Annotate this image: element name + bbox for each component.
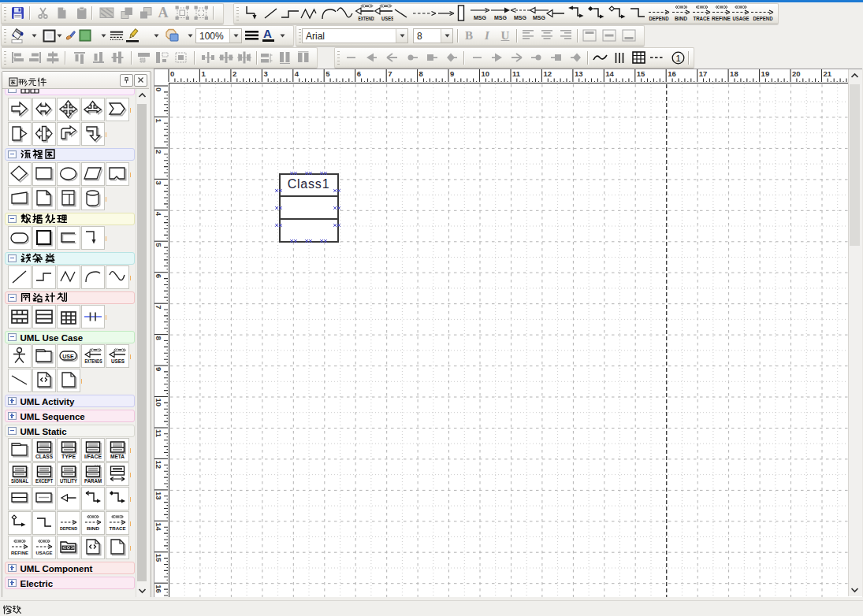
svg-text:DEPEND: DEPEND <box>649 15 669 20</box>
svg-text:16: 16 <box>668 69 676 78</box>
svg-text:15: 15 <box>637 69 645 78</box>
svg-text:6: 6 <box>357 69 361 78</box>
svg-text:5: 5 <box>325 69 330 78</box>
svg-text:14: 14 <box>154 522 163 531</box>
svg-text:SIGNAL: SIGNAL <box>11 478 28 484</box>
svg-text:3: 3 <box>154 180 163 184</box>
svg-text:21: 21 <box>824 69 832 78</box>
svg-text:12: 12 <box>154 460 163 469</box>
svg-text:0: 0 <box>170 69 174 78</box>
svg-text:DEPEND: DEPEND <box>60 525 77 531</box>
svg-text:7: 7 <box>154 305 163 309</box>
svg-text:MSG: MSG <box>494 15 508 20</box>
svg-text:11: 11 <box>154 429 163 438</box>
svg-text:8: 8 <box>419 69 423 78</box>
svg-text:1: 1 <box>675 53 680 62</box>
svg-text:10: 10 <box>154 399 163 407</box>
svg-text:MSG: MSG <box>474 15 487 20</box>
svg-text:TRACE: TRACE <box>110 525 126 531</box>
svg-text:BIND: BIND <box>87 525 100 531</box>
svg-text:19: 19 <box>761 69 770 78</box>
svg-text:MSG: MSG <box>533 15 546 20</box>
svg-text:TYPE: TYPE <box>61 454 76 459</box>
svg-text:4: 4 <box>295 69 299 78</box>
svg-text:9: 9 <box>154 367 163 371</box>
svg-text:EXCEPT: EXCEPT <box>35 478 53 484</box>
svg-text:USAGE: USAGE <box>36 550 53 555</box>
svg-text:UTILITY: UTILITY <box>60 478 78 484</box>
svg-text:DEPEND: DEPEND <box>753 15 773 20</box>
svg-text:11: 11 <box>512 69 521 78</box>
svg-text:14: 14 <box>605 69 614 78</box>
svg-text:TRACE: TRACE <box>694 15 710 20</box>
svg-text:0: 0 <box>154 87 163 91</box>
svg-text:6: 6 <box>154 274 163 278</box>
svg-text:20: 20 <box>792 69 801 78</box>
svg-text:USES: USES <box>111 358 125 364</box>
svg-text:12: 12 <box>543 69 552 78</box>
svg-text:7: 7 <box>388 69 392 78</box>
svg-text:USAGE: USAGE <box>733 15 750 20</box>
svg-text:9: 9 <box>450 69 454 78</box>
svg-text:8: 8 <box>154 336 163 340</box>
svg-text:10: 10 <box>482 69 490 78</box>
svg-text:CLASS: CLASS <box>35 454 53 459</box>
svg-text:REFINE: REFINE <box>712 15 731 20</box>
svg-text:4: 4 <box>154 212 163 217</box>
svg-text:3: 3 <box>263 69 267 78</box>
svg-text:18: 18 <box>730 69 738 78</box>
svg-text:2: 2 <box>154 150 163 154</box>
svg-text:13: 13 <box>154 492 163 500</box>
svg-text:13: 13 <box>575 69 583 78</box>
svg-text:USES: USES <box>381 15 393 20</box>
svg-text:2: 2 <box>232 69 236 78</box>
svg-text:I/FACE: I/FACE <box>84 454 102 459</box>
svg-text:EXTENDS: EXTENDS <box>85 358 102 364</box>
svg-text:META: META <box>110 454 125 459</box>
svg-text:PARAM: PARAM <box>84 478 102 484</box>
svg-text:MSG: MSG <box>514 15 527 20</box>
svg-text:USE: USE <box>62 354 74 359</box>
svg-text:5: 5 <box>154 243 163 247</box>
svg-text:16: 16 <box>154 584 163 593</box>
svg-text:1: 1 <box>201 69 206 78</box>
svg-text:BIND: BIND <box>675 15 687 20</box>
svg-text:REFINE: REFINE <box>11 550 28 555</box>
svg-text:15: 15 <box>154 554 163 562</box>
svg-text:EXTENDS: EXTENDS <box>359 15 375 20</box>
svg-text:17: 17 <box>699 69 708 78</box>
svg-text:1: 1 <box>154 118 163 123</box>
